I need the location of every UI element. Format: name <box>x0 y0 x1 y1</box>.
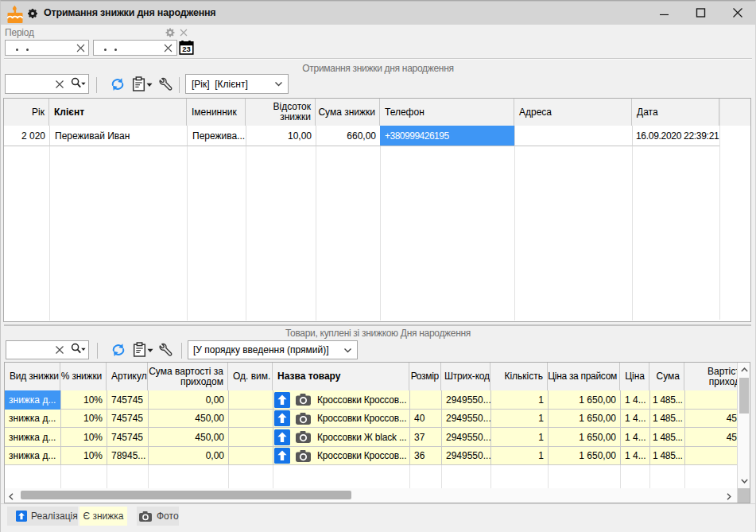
svg-text:23: 23 <box>182 45 191 53</box>
